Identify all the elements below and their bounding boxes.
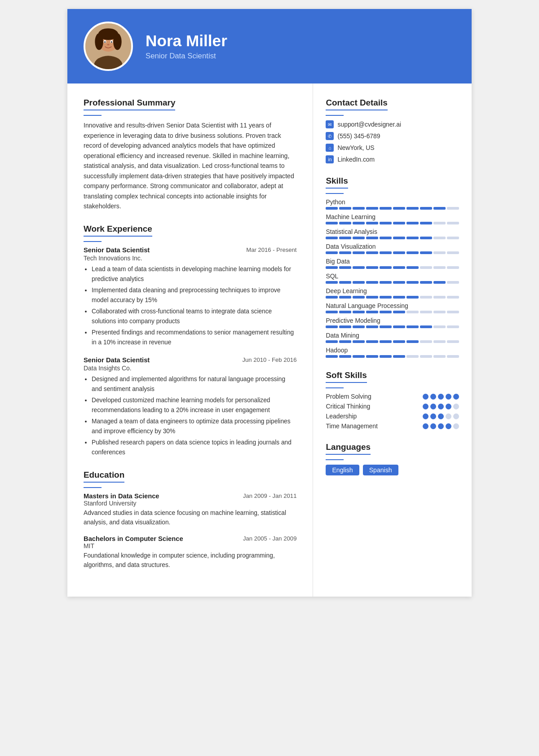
skill-segment [326, 251, 338, 254]
candidate-title: Senior Data Scientist [146, 52, 227, 61]
skill-segment [326, 340, 338, 343]
summary-divider [84, 115, 102, 116]
skill-segment [366, 207, 378, 210]
skill-name: Data Mining [326, 332, 459, 339]
skill-name: SQL [326, 273, 459, 280]
avatar [84, 22, 133, 71]
skill-segment [380, 325, 392, 328]
job-item: Senior Data Scientist Jun 2010 - Feb 201… [84, 356, 296, 457]
svg-point-10 [107, 44, 110, 45]
soft-skills-title: Soft Skills [326, 370, 367, 383]
soft-skill-dot [423, 404, 429, 409]
skill-bar [326, 311, 459, 313]
skill-segment [447, 340, 459, 343]
job-bullet: Lead a team of data scientists in develo… [92, 264, 296, 284]
skill-segment [366, 325, 378, 328]
svg-point-4 [95, 33, 103, 50]
language-tag: English [326, 465, 359, 475]
soft-skill-item: Time Management [326, 422, 459, 430]
skill-segment [393, 251, 405, 254]
edu-school: Stanford University [84, 500, 296, 507]
skill-segment [406, 296, 419, 299]
skill-segment [420, 281, 432, 284]
skill-segment [393, 296, 405, 299]
language-tags: EnglishSpanish [326, 465, 459, 475]
contact-label: support@cvdesigner.ai [337, 121, 401, 128]
skill-segment [326, 325, 338, 328]
skill-segment [339, 222, 351, 224]
skill-segment [447, 296, 459, 299]
skill-bar [326, 325, 459, 328]
edu-degree: Masters in Data Science [84, 492, 159, 500]
skill-segment [433, 251, 446, 254]
skill-bar [326, 355, 459, 358]
soft-skill-dots [423, 413, 459, 419]
skill-segment [433, 237, 446, 239]
skill-name: Python [326, 198, 459, 206]
skill-segment [433, 222, 446, 224]
skill-item: Big Data [326, 258, 459, 269]
skill-segment [326, 355, 338, 358]
skill-segment [406, 281, 419, 284]
skill-segment [353, 222, 365, 224]
skill-segment [326, 222, 338, 224]
job-header: Senior Data Scientist Jun 2010 - Feb 201… [84, 356, 296, 364]
skill-segment [353, 281, 365, 284]
skill-segment [406, 222, 419, 224]
skill-segment [353, 311, 365, 313]
skill-segment [353, 355, 365, 358]
soft-skill-name: Critical Thinking [326, 403, 375, 410]
contact-item: in LinkedIn.com [326, 155, 459, 163]
contact-item: ✆ (555) 345-6789 [326, 132, 459, 140]
right-column: Contact Details ✉ support@cvdesigner.ai … [313, 84, 472, 597]
skill-segment [339, 281, 351, 284]
skill-segment [353, 266, 365, 269]
skill-segment [366, 340, 378, 343]
skill-segment [339, 296, 351, 299]
skill-segment [406, 325, 419, 328]
skill-segment [420, 296, 432, 299]
candidate-name: Nora Miller [146, 32, 227, 50]
soft-skill-dot [423, 423, 429, 429]
skill-item: SQL [326, 273, 459, 284]
languages-section: Languages EnglishSpanish [326, 442, 459, 475]
skills-section: Skills Python Machine Learning Statistic… [326, 176, 459, 358]
soft-skill-dot [453, 413, 459, 419]
skill-segment [433, 266, 446, 269]
skill-name: Deep Learning [326, 287, 459, 294]
job-dates: Jun 2010 - Feb 2016 [242, 356, 296, 363]
skill-bar [326, 207, 459, 210]
header-info: Nora Miller Senior Data Scientist [146, 32, 227, 61]
summary-title: Professional Summary [84, 98, 175, 110]
skill-segment [339, 340, 351, 343]
skill-segment [393, 266, 405, 269]
contact-section: Contact Details ✉ support@cvdesigner.ai … [326, 98, 459, 163]
job-bullet: Managed a team of data engineers to opti… [92, 417, 296, 436]
soft-skill-dot [453, 394, 459, 400]
left-column: Professional Summary Innovative and resu… [67, 84, 313, 597]
skill-segment [380, 237, 392, 239]
soft-skill-dot [423, 413, 429, 419]
skill-segment [406, 311, 419, 313]
skill-name: Natural Language Processing [326, 302, 459, 309]
skill-segment [406, 251, 419, 254]
skill-segment [326, 311, 338, 313]
skill-segment [339, 355, 351, 358]
skill-segment [420, 207, 432, 210]
skill-segment [393, 325, 405, 328]
skill-name: Data Visualization [326, 243, 459, 250]
skill-segment [380, 207, 392, 210]
skill-segment [353, 296, 365, 299]
contact-label: (555) 345-6789 [337, 132, 380, 140]
edu-dates: Jan 2005 - Jan 2009 [243, 535, 297, 542]
soft-skill-dot [423, 394, 429, 400]
edu-school: MIT [84, 542, 296, 549]
svg-point-5 [113, 33, 122, 50]
skill-segment [380, 281, 392, 284]
skill-segment [420, 266, 432, 269]
skill-name: Big Data [326, 258, 459, 265]
edu-header: Bachelors in Computer Science Jan 2005 -… [84, 535, 296, 542]
skill-segment [339, 325, 351, 328]
job-bullets: Designed and implemented algorithms for … [84, 374, 296, 457]
skill-segment [353, 251, 365, 254]
